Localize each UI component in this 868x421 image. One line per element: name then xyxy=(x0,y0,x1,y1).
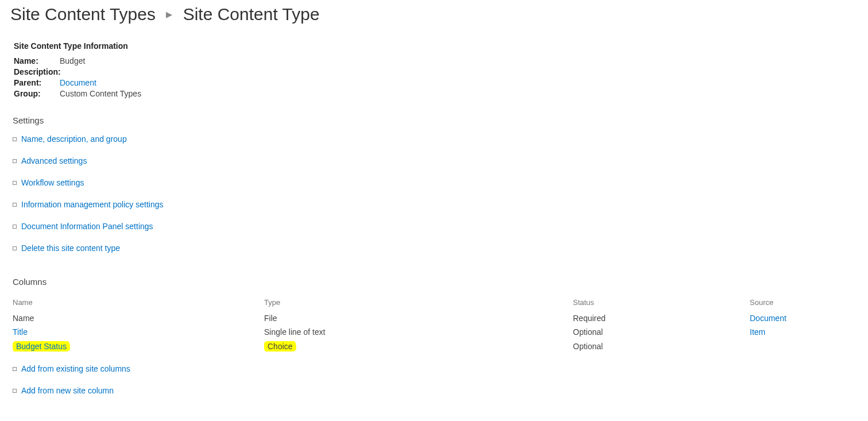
settings-link[interactable]: Delete this site content type xyxy=(21,244,120,253)
column-action-item: Add from new site column xyxy=(13,386,858,395)
columns-heading: Columns xyxy=(13,277,858,287)
content-type-info: Site Content Type Information Name: Budg… xyxy=(14,41,858,98)
info-parent-link[interactable]: Document xyxy=(60,78,96,87)
info-desc-label: Description: xyxy=(14,67,60,76)
column-name-link[interactable]: Budget Status xyxy=(16,342,67,351)
info-group-label: Group: xyxy=(14,89,60,98)
column-type-text: Single line of text xyxy=(264,327,326,337)
settings-link-item: Delete this site content type xyxy=(13,244,858,253)
table-row: Budget StatusChoiceOptional xyxy=(10,339,858,354)
square-bullet-icon xyxy=(13,137,17,141)
info-parent-label: Parent: xyxy=(14,78,60,87)
breadcrumb-root[interactable]: Site Content Types xyxy=(10,5,156,24)
column-source-link[interactable]: Document xyxy=(750,314,786,323)
square-bullet-icon xyxy=(13,246,17,250)
settings-link[interactable]: Advanced settings xyxy=(21,156,87,165)
table-row: TitleSingle line of textOptionalItem xyxy=(10,325,858,339)
column-name-text: Name xyxy=(13,314,34,323)
square-bullet-icon xyxy=(13,159,17,163)
column-action-item: Add from existing site columns xyxy=(13,364,858,373)
breadcrumb: Site Content Types ▸ Site Content Type xyxy=(10,5,858,24)
settings-links-list: Name, description, and groupAdvanced set… xyxy=(13,134,858,253)
info-heading: Site Content Type Information xyxy=(14,41,858,51)
column-action-link[interactable]: Add from existing site columns xyxy=(21,364,130,373)
column-type-text: File xyxy=(264,314,277,323)
column-status-text: Optional xyxy=(571,339,747,354)
columns-table: Name Type Status Source NameFileRequired… xyxy=(10,296,858,354)
settings-link-item: Name, description, and group xyxy=(13,134,858,144)
square-bullet-icon xyxy=(13,181,17,185)
highlight: Choice xyxy=(264,341,296,352)
column-source-link[interactable]: Item xyxy=(750,327,765,337)
settings-link-item: Information management policy settings xyxy=(13,200,858,209)
settings-link[interactable]: Information management policy settings xyxy=(21,200,163,209)
column-status-text: Optional xyxy=(571,325,747,339)
settings-link[interactable]: Name, description, and group xyxy=(21,134,127,144)
columns-header-source: Source xyxy=(747,296,858,311)
columns-header-type: Type xyxy=(262,296,571,311)
square-bullet-icon xyxy=(13,389,17,393)
square-bullet-icon xyxy=(13,367,17,371)
column-action-link[interactable]: Add from new site column xyxy=(21,386,114,395)
info-name-value: Budget xyxy=(60,56,85,65)
settings-link-item: Document Information Panel settings xyxy=(13,222,858,231)
table-row: NameFileRequiredDocument xyxy=(10,311,858,325)
columns-header-status: Status xyxy=(571,296,747,311)
settings-link[interactable]: Document Information Panel settings xyxy=(21,222,153,231)
settings-link-item: Advanced settings xyxy=(13,156,858,165)
column-actions-list: Add from existing site columnsAdd from n… xyxy=(13,364,858,395)
column-status-text: Required xyxy=(571,311,747,325)
settings-link-item: Workflow settings xyxy=(13,178,858,187)
columns-header-name: Name xyxy=(10,296,262,311)
info-name-label: Name: xyxy=(14,56,60,65)
breadcrumb-current: Site Content Type xyxy=(183,5,320,24)
column-type-text: Choice xyxy=(268,342,293,351)
chevron-right-icon: ▸ xyxy=(166,7,172,22)
highlight: Budget Status xyxy=(13,341,70,352)
square-bullet-icon xyxy=(13,225,17,229)
info-group-value: Custom Content Types xyxy=(60,89,141,98)
settings-link[interactable]: Workflow settings xyxy=(21,178,84,187)
settings-heading: Settings xyxy=(13,115,858,125)
column-name-link[interactable]: Title xyxy=(13,327,28,337)
square-bullet-icon xyxy=(13,203,17,207)
